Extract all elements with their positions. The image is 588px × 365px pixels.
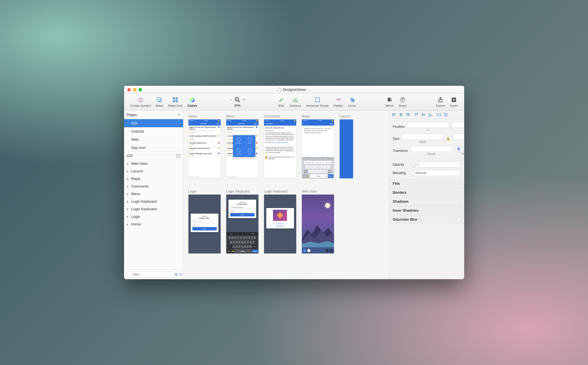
symbols-filter-icon[interactable]: ⧉: [175, 272, 178, 277]
artboard-menu[interactable]: Menu • Sketch ≡9:41 AM📶 ✕Top storiesLogi…: [226, 114, 258, 178]
titlebar[interactable]: DesignerNews ⌄: [124, 86, 464, 94]
position-x-input[interactable]: [407, 122, 449, 128]
svg-rect-48: [444, 113, 448, 114]
svg-rect-47: [440, 113, 441, 116]
colors-icon: [189, 96, 196, 103]
svg-rect-38: [417, 114, 418, 115]
layer-item[interactable]: ▶Home: [124, 220, 183, 228]
maximize-icon[interactable]: [139, 88, 142, 91]
insert-button[interactable]: Insert: [447, 96, 460, 107]
canvas[interactable]: Home • Sketch ≡9:41 AM◂ 📶 ☰Top storiesLo…: [183, 110, 389, 279]
rotate-input[interactable]: [410, 146, 453, 152]
svg-rect-4: [173, 97, 175, 100]
align-bottom-icon[interactable]: [428, 113, 433, 117]
svg-rect-7: [176, 100, 178, 102]
flatten-button[interactable]: Flatten: [331, 96, 346, 107]
artboard-login-keyboard-2[interactable]: Login Keyboard • Sketch ≡9:41 AM📶 Learn …: [264, 190, 296, 253]
align-center-h-icon[interactable]: [398, 113, 403, 117]
opacity-slider[interactable]: [414, 164, 416, 165]
align-top-icon[interactable]: [414, 113, 419, 117]
artboard-home[interactable]: Home • Sketch ≡9:41 AM◂ 📶 ☰Top storiesLo…: [188, 114, 221, 178]
layers-header[interactable]: iOS: [124, 152, 183, 160]
grid-icon: [172, 96, 179, 103]
page-item[interactable]: Android: [124, 127, 183, 135]
blending-dropdown[interactable]: Normal⌃⌄: [414, 170, 461, 176]
svg-rect-15: [316, 98, 319, 102]
filter-input[interactable]: [126, 271, 173, 278]
position-y-input[interactable]: [452, 122, 464, 128]
artboard-web-view[interactable]: Web View ✕ ‹›: [302, 190, 334, 253]
svg-rect-36: [415, 113, 419, 114]
export-button[interactable]: Export: [433, 96, 447, 107]
align-left-icon[interactable]: [392, 113, 397, 117]
svg-rect-50: [444, 116, 448, 116]
layer-item[interactable]: ▶Menu: [124, 190, 183, 198]
zoom-out-button[interactable]: −: [230, 97, 233, 103]
pages-list: iOSAndroidWebApp Icon: [124, 119, 183, 152]
svg-rect-43: [429, 113, 430, 115]
fills-section[interactable]: Fills: [389, 179, 464, 188]
shadows-section[interactable]: Shadows: [389, 197, 464, 206]
artboards-icon[interactable]: [176, 154, 180, 158]
lock-icon[interactable]: 🔓: [446, 137, 450, 140]
zoom-level[interactable]: 25%: [234, 104, 241, 107]
artboard-login-keyboard-1[interactable]: Login Keyboard • Sketch ≡9:41 AM📶 Log in…: [226, 190, 258, 253]
mirror-button[interactable]: Mirror: [383, 96, 396, 107]
minimize-icon[interactable]: [133, 88, 136, 91]
layer-item[interactable]: ▶Reply: [124, 175, 183, 182]
layer-item[interactable]: ▶Login Keyboard: [124, 198, 183, 205]
zoom-in-button[interactable]: +: [242, 97, 246, 103]
close-icon[interactable]: [127, 88, 131, 91]
flip-buttons: [455, 146, 464, 152]
artboard-comments[interactable]: Comments • Sketch ≡9:41 AM📶 ‹ Top Storie…: [264, 114, 296, 178]
add-page-button[interactable]: +: [178, 112, 180, 117]
artboard-reply[interactable]: Reply • Sketch ≡9:41 AM📶 ✕Send Designers…: [302, 114, 334, 178]
edit-button[interactable]: Edit: [275, 96, 287, 107]
app-window: DesignerNews ⌄ Create Symbol Mask Make G…: [124, 86, 464, 279]
insert-icon: [451, 96, 457, 103]
width-input[interactable]: [402, 134, 444, 140]
mask-button[interactable]: Mask: [153, 96, 165, 107]
layer-item[interactable]: ▶Login Keyboard: [124, 205, 183, 213]
gaussian-blur-checkbox[interactable]: [457, 218, 461, 221]
height-input[interactable]: [452, 134, 464, 140]
align-center-v-icon[interactable]: [421, 113, 426, 117]
colors-button[interactable]: Colors: [185, 96, 200, 107]
layers-list: ▶Web View▶Launch▶Reply▶Comments▶Menu▶Log…: [124, 160, 183, 269]
svg-rect-33: [409, 113, 410, 116]
slice-filter-icon[interactable]: ✎: [179, 272, 182, 277]
window-title[interactable]: DesignerNews ⌄: [278, 87, 311, 92]
artboard-launch[interactable]: Launch: [340, 114, 353, 178]
vectorize-stroke-button[interactable]: Vectorize Stroke: [304, 96, 331, 107]
chevron-down-icon[interactable]: ⌄: [308, 88, 310, 91]
scissors-button[interactable]: Scissors: [287, 96, 304, 107]
distribute-v-icon[interactable]: [443, 113, 448, 117]
artboard-login[interactable]: Login • Sketch ≡9:41 AM📶 Log in toDesign…: [188, 190, 221, 253]
layer-item[interactable]: ▶Comments: [124, 182, 183, 190]
align-right-icon[interactable]: [405, 113, 410, 117]
gaussian-blur-section[interactable]: Gaussian Blur ⌃⌄: [389, 215, 464, 224]
create-symbol-button[interactable]: Create Symbol: [128, 96, 153, 107]
share-button[interactable]: Share: [396, 96, 409, 107]
page-item[interactable]: iOS: [124, 119, 183, 127]
svg-rect-37: [415, 114, 416, 116]
document-icon: [278, 88, 281, 92]
svg-rect-5: [176, 97, 178, 100]
scissors-icon: [292, 96, 299, 103]
inner-shadows-section[interactable]: Inner Shadows: [389, 206, 464, 215]
page-item[interactable]: App Icon: [124, 144, 183, 152]
flip-v-button[interactable]: [464, 146, 464, 152]
svg-point-17: [319, 97, 320, 98]
opacity-input[interactable]: [418, 161, 461, 168]
layer-item[interactable]: ▶Launch: [124, 167, 183, 175]
layer-item[interactable]: ▶Login: [124, 213, 183, 220]
page-item[interactable]: Web: [124, 135, 183, 144]
flip-h-button[interactable]: [455, 146, 464, 152]
layer-item[interactable]: ▶Web View: [124, 160, 183, 167]
distribute-h-icon[interactable]: [437, 113, 442, 117]
borders-section[interactable]: Borders: [389, 188, 464, 197]
union-button[interactable]: Union: [346, 96, 359, 107]
svg-rect-23: [390, 98, 392, 101]
magnifier-icon[interactable]: [235, 97, 240, 103]
make-grid-button[interactable]: Make Grid: [166, 96, 185, 107]
